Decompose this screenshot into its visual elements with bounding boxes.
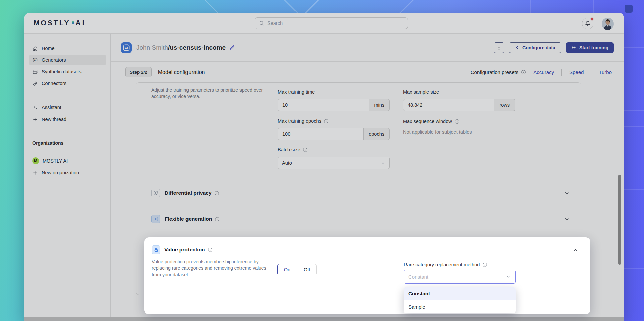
differential-privacy-label: Differential privacy: [165, 190, 212, 196]
info-icon[interactable]: [214, 191, 219, 196]
sparkle-icon: [32, 105, 38, 110]
preset-speed[interactable]: Speed: [569, 69, 584, 75]
organizations-header: Organizations: [32, 140, 63, 146]
sidebar-item-label: Synthetic datasets: [42, 69, 82, 74]
max-training-time-input[interactable]: 10: [278, 99, 369, 111]
max-sample-size-unit: rows: [494, 99, 515, 111]
sidebar-item-connectors[interactable]: Connectors: [29, 78, 106, 89]
chevron-down-icon[interactable]: [564, 190, 570, 196]
preset-accuracy[interactable]: Accuracy: [533, 69, 554, 75]
value-protection-title: Value protection: [164, 247, 205, 253]
info-icon[interactable]: [215, 217, 220, 222]
info-icon[interactable]: [454, 119, 460, 124]
lock-icon: [152, 245, 160, 254]
value-protection-description: Value protection prevents membership inf…: [152, 259, 270, 278]
differential-privacy-section[interactable]: Differential privacy: [136, 180, 581, 206]
header-actions: Configure data Start training: [494, 42, 614, 53]
organization-badge: M: [32, 157, 39, 164]
max-training-epochs-input[interactable]: 100: [278, 128, 364, 140]
max-training-time-unit: mins: [369, 99, 390, 111]
mostly-ai-logo: MOSTLY AI: [34, 19, 86, 27]
sidebar-item-home[interactable]: Home: [29, 43, 106, 54]
step-row: Step 2/2 Model configuration Configurati…: [111, 62, 624, 82]
chevron-left-icon: [515, 45, 519, 50]
flexible-generation-label: Flexible generation: [165, 216, 212, 222]
logo-dot-icon: [72, 21, 74, 24]
more-actions-button[interactable]: [494, 42, 504, 53]
rare-category-select[interactable]: Constant: [404, 270, 516, 284]
max-training-epochs-label: Max training epochs: [278, 118, 329, 124]
card-divider: [144, 294, 590, 294]
wallpaper-accent-square: [625, 5, 633, 13]
training-parameters: Adjust the training parameters to priori…: [136, 83, 581, 180]
configuration-presets: Configuration presets Accuracy Speed Tur…: [471, 69, 612, 76]
search-input[interactable]: [267, 20, 404, 26]
search-icon: [259, 20, 264, 26]
organization-label: MOSTLY AI: [43, 158, 68, 164]
rare-category-label: Rare category replacement method: [404, 262, 480, 267]
flexible-generation-section[interactable]: Flexible generation: [136, 206, 581, 232]
datasets-table-icon: [32, 69, 38, 75]
generator-ai-icon: AI: [121, 42, 132, 53]
bell-icon: [585, 20, 591, 27]
configure-data-label: Configure data: [522, 45, 555, 50]
max-sample-size-input[interactable]: 48,842: [403, 99, 494, 111]
sidebar-item-organization-mostly-ai[interactable]: M MOSTLY AI: [29, 155, 106, 166]
global-search[interactable]: [255, 17, 408, 29]
sidebar-item-label: New thread: [42, 117, 66, 122]
app-window: MOSTLY AI: [24, 13, 624, 321]
presets-label: Configuration presets: [471, 69, 519, 75]
max-sequence-window-label: Max sequence window: [403, 119, 460, 124]
batch-size-value: Auto: [282, 160, 292, 166]
sidebar: Home AI Generators Synthetic datasets: [24, 34, 111, 321]
notification-unread-dot: [590, 17, 594, 21]
sidebar-item-label: New organization: [42, 170, 79, 175]
chevron-down-icon: [381, 160, 385, 165]
sidebar-divider: [29, 96, 106, 96]
chevron-down-icon[interactable]: [564, 216, 570, 222]
topbar: MOSTLY AI: [24, 13, 624, 34]
info-icon[interactable]: [208, 247, 213, 253]
differential-privacy-label-wrap: Differential privacy: [165, 190, 219, 196]
edit-name-icon[interactable]: [229, 44, 235, 51]
preset-divider: [561, 69, 562, 76]
value-protection-toggle: On Off: [277, 264, 317, 275]
max-training-epochs-unit: epochs: [364, 128, 390, 140]
sidebar-item-synthetic-datasets[interactable]: Synthetic datasets: [29, 66, 106, 77]
configure-data-button[interactable]: Configure data: [509, 42, 561, 53]
max-training-epochs-field: 100 epochs: [278, 128, 390, 140]
sidebar-item-generators[interactable]: AI Generators: [29, 55, 106, 65]
sidebar-item-new-organization[interactable]: New organization: [29, 167, 106, 178]
sidebar-divider: [29, 133, 106, 133]
scrollbar-thumb[interactable]: [618, 175, 621, 265]
training-parameters-description: Adjust the training parameters to priori…: [151, 87, 268, 100]
max-sample-size-field: 48,842 rows: [403, 99, 515, 111]
presets-label-wrap: Configuration presets: [471, 69, 526, 75]
generator-name: us-census-income: [170, 44, 226, 51]
toggle-on-button[interactable]: On: [277, 264, 297, 275]
plus-icon: [32, 117, 38, 122]
batch-size-select[interactable]: Auto: [278, 157, 390, 169]
sidebar-item-assistant[interactable]: Assistant: [29, 102, 106, 113]
toggle-off-button[interactable]: Off: [297, 264, 317, 275]
user-avatar[interactable]: [602, 18, 614, 30]
start-training-button[interactable]: Start training: [566, 42, 614, 53]
info-icon[interactable]: [303, 147, 308, 152]
connector-plug-icon: [32, 81, 38, 86]
info-icon[interactable]: [521, 70, 526, 75]
chevron-up-icon[interactable]: [573, 247, 578, 253]
preset-turbo[interactable]: Turbo: [599, 69, 612, 75]
info-icon[interactable]: [324, 119, 329, 124]
max-training-time-label: Max training time: [278, 89, 315, 95]
page-title: Model configuration: [158, 69, 205, 75]
dropdown-option-constant[interactable]: Constant: [404, 287, 516, 300]
svg-text:AI: AI: [34, 59, 36, 61]
plus-icon: [32, 170, 38, 176]
info-icon[interactable]: [482, 262, 487, 267]
sidebar-item-new-thread[interactable]: New thread: [29, 114, 106, 125]
value-protection-title-wrap: Value protection: [164, 247, 213, 253]
notifications-button[interactable]: [582, 18, 593, 29]
sidebar-item-label: Connectors: [42, 81, 66, 86]
dropdown-option-sample[interactable]: Sample: [404, 300, 516, 313]
preset-divider: [591, 69, 591, 76]
